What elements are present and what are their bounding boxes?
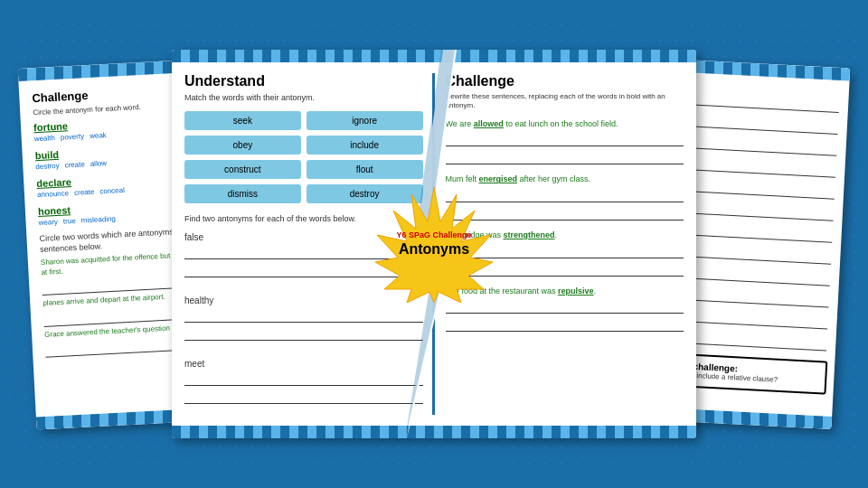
bold-strengthened: strengthened <box>504 230 555 239</box>
burst-badge: Y6 SPaG Challenge Antonyms <box>375 185 493 303</box>
challenge-sentence-1: We are allowed to eat lunch on the schoo… <box>446 118 684 130</box>
understand-title: Understand <box>184 73 423 89</box>
meet-line-1 <box>184 371 423 386</box>
challenge-line-1b <box>446 150 684 164</box>
match-btn-obey[interactable]: obey <box>184 136 301 155</box>
word-meet-label: meet <box>184 359 423 369</box>
challenge-desc: Rewrite these sentences, replacing each … <box>446 92 684 111</box>
match-btn-include[interactable]: include <box>307 136 423 155</box>
match-btn-ignore[interactable]: ignore <box>307 111 423 130</box>
match-btn-seek[interactable]: seek <box>184 111 301 130</box>
bold-energised: energised <box>479 174 518 183</box>
bold-allowed: allowed <box>474 119 504 128</box>
challenge-line-4b <box>446 317 684 332</box>
match-btn-dismiss[interactable]: dismiss <box>184 184 301 203</box>
burst-text-container: Y6 SPaG Challenge Antonyms <box>389 230 479 258</box>
challenge-title: Challenge <box>446 73 684 89</box>
right-line-2 <box>675 109 839 134</box>
match-btn-flout[interactable]: flout <box>307 160 423 179</box>
right-line-5 <box>672 174 835 199</box>
card-bottom-border-center <box>172 426 696 438</box>
bold-repulsive: repulsive <box>558 286 594 296</box>
match-btn-construct[interactable]: construct <box>184 160 301 179</box>
badge-main-text: Antonyms <box>389 240 479 258</box>
challenge-sentence-2: Mum felt energised after her gym class. <box>446 174 684 185</box>
right-line-1 <box>676 89 840 113</box>
badge-top-text: Y6 SPaG Challenge <box>389 230 479 240</box>
right-line-4 <box>673 153 836 177</box>
understand-subtitle: Match the words with their antonym. <box>184 93 423 102</box>
meet-line-2 <box>184 389 423 404</box>
card-top-border-center <box>172 50 696 62</box>
right-line-3 <box>674 131 837 155</box>
healthy-line-1 <box>184 308 423 323</box>
healthy-line-2 <box>184 326 423 341</box>
challenge-line-1a <box>446 132 684 146</box>
